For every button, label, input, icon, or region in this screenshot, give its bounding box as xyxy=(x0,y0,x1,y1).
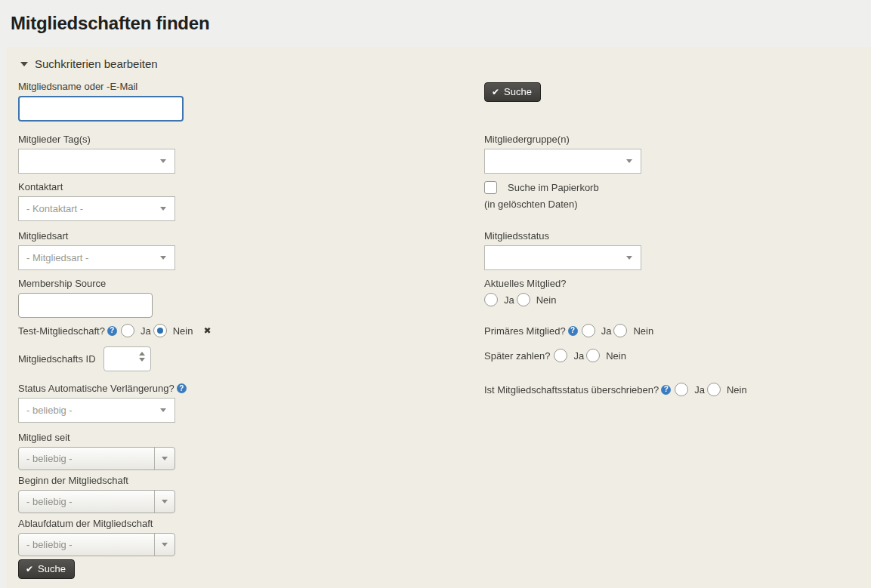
radio-label: Ja xyxy=(601,325,612,337)
radio-label: Nein xyxy=(536,294,557,306)
membership-type-select[interactable]: - Mitgliedsart - xyxy=(18,245,175,270)
membership-id-input[interactable] xyxy=(103,346,151,371)
caret-down-icon xyxy=(20,62,28,66)
end-date-select[interactable]: - beliebig - xyxy=(18,533,175,556)
chevron-down-icon xyxy=(626,256,632,260)
chevron-down-icon xyxy=(154,491,175,513)
member-tags-label: Mitglieder Tag(s) xyxy=(18,134,484,145)
radio-label: Nein xyxy=(727,384,747,396)
status-overridden-ja-radio[interactable] xyxy=(675,383,688,396)
member-groups-label: Mitgliedergruppe(n) xyxy=(484,134,859,145)
test-membership-label: Test-Mitgliedschaft? xyxy=(18,325,105,337)
radio-label: Ja xyxy=(141,325,151,337)
help-icon[interactable]: ? xyxy=(568,326,578,336)
end-date-label: Ablaufdatum der Mitgliedschaft xyxy=(18,518,484,529)
chevron-down-icon xyxy=(626,159,632,163)
page-title: Mitgliedschaften finden xyxy=(0,0,871,47)
pay-later-nein-radio[interactable] xyxy=(586,349,600,362)
chevron-down-icon xyxy=(160,256,166,260)
pay-later-label: Später zahlen? xyxy=(484,350,550,362)
clear-icon[interactable]: ✖ xyxy=(203,325,211,336)
radio-label: Nein xyxy=(606,350,626,362)
membership-status-select[interactable] xyxy=(484,245,641,270)
member-groups-select[interactable] xyxy=(484,149,641,174)
radio-label: Ja xyxy=(573,350,584,362)
member-tags-select[interactable] xyxy=(18,149,175,174)
membership-type-label: Mitgliedsart xyxy=(18,230,484,242)
member-since-label: Mitglied seit xyxy=(18,432,484,443)
auto-renew-status-label: Status Automatische Verlängerung? xyxy=(18,383,175,394)
trash-search-sublabel: (in gelöschten Daten) xyxy=(484,199,859,210)
current-member-nein-radio[interactable] xyxy=(517,293,530,306)
status-overridden-label: Ist Mitgliedschaftsstatus überschrieben? xyxy=(484,384,659,396)
membership-source-input[interactable] xyxy=(18,293,153,318)
help-icon[interactable]: ? xyxy=(661,385,671,395)
help-icon[interactable]: ? xyxy=(107,326,117,336)
primary-member-ja-radio[interactable] xyxy=(582,324,595,337)
current-member-ja-radio[interactable] xyxy=(484,293,498,306)
accordion-suchkriterien[interactable]: Suchkriterien bearbeiten xyxy=(18,57,859,70)
chevron-down-icon xyxy=(160,207,166,211)
chevron-down-icon xyxy=(139,358,145,362)
primary-member-label: Primäres Mitglied? xyxy=(484,325,566,337)
check-icon: ✔ xyxy=(26,565,33,574)
pay-later-ja-radio[interactable] xyxy=(554,349,567,362)
chevron-up-icon xyxy=(139,352,145,356)
primary-member-nein-radio[interactable] xyxy=(613,324,627,337)
membership-status-label: Mitgliedsstatus xyxy=(484,230,859,242)
status-overridden-nein-radio[interactable] xyxy=(707,383,721,396)
auto-renew-status-select[interactable]: - beliebig - xyxy=(18,398,175,423)
radio-label: Ja xyxy=(504,294,514,306)
member-name-input[interactable] xyxy=(18,96,184,122)
test-membership-ja-radio[interactable] xyxy=(121,324,134,337)
chevron-down-icon xyxy=(160,159,166,163)
member-since-select[interactable]: - beliebig - xyxy=(18,447,175,470)
radio-label: Nein xyxy=(633,325,653,337)
member-name-label: Mitgliedsname oder -E-Mail xyxy=(18,81,484,92)
number-stepper[interactable] xyxy=(139,352,145,362)
membership-id-label: Mitgliedschafts ID xyxy=(18,353,96,365)
chevron-down-icon xyxy=(160,408,166,412)
current-member-label: Aktuelles Mitglied? xyxy=(484,278,859,289)
radio-label: Ja xyxy=(694,384,705,396)
test-membership-nein-radio[interactable] xyxy=(153,324,167,337)
chevron-down-icon xyxy=(154,448,175,469)
trash-search-checkbox[interactable] xyxy=(484,181,497,194)
contact-type-label: Kontaktart xyxy=(18,181,484,192)
search-criteria-panel: Suchkriterien bearbeiten Mitgliedsname o… xyxy=(6,47,871,588)
radio-label: Nein xyxy=(173,325,193,337)
contact-type-select[interactable]: - Kontaktart - xyxy=(18,196,175,221)
check-icon: ✔ xyxy=(492,88,499,97)
start-date-select[interactable]: - beliebig - xyxy=(18,490,175,513)
search-button-bottom[interactable]: ✔ Suche xyxy=(18,559,75,579)
accordion-title: Suchkriterien bearbeiten xyxy=(35,57,158,70)
trash-search-label: Suche im Papierkorb xyxy=(508,182,599,193)
chevron-down-icon xyxy=(154,534,175,556)
start-date-label: Beginn der Mitgliedschaft xyxy=(18,475,484,486)
membership-source-label: Membership Source xyxy=(18,278,484,289)
search-button-top[interactable]: ✔ Suche xyxy=(484,82,541,102)
help-icon[interactable]: ? xyxy=(177,383,187,393)
